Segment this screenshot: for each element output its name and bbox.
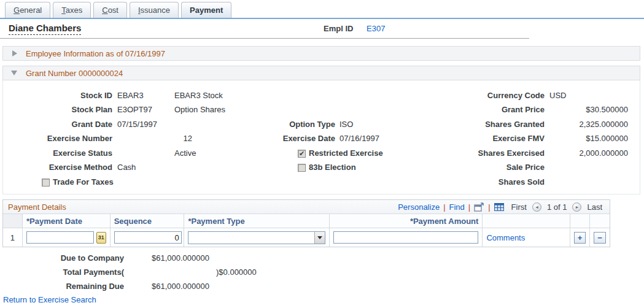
trade-for-taxes-checkbox[interactable]	[42, 179, 50, 187]
remove-row-button[interactable]: −	[594, 232, 606, 244]
payment-details-grid: Payment Details Personalize | Find | |	[2, 199, 610, 247]
section-grant-number[interactable]: Grant Number 0000000024	[2, 66, 640, 80]
shares-exercised-label: Shares Exercised	[430, 148, 545, 158]
remaining-due-label: Remaining Due	[0, 282, 124, 291]
tab-taxes[interactable]: Taxes	[53, 2, 91, 18]
section-grant-number-title: Grant Number 0000000024	[26, 69, 123, 78]
personalize-link[interactable]: Personalize	[398, 202, 440, 212]
grant-date-label: Grant Date	[3, 120, 112, 129]
remaining-due-value: $61,000.000000	[152, 282, 209, 291]
row-number-header	[3, 214, 23, 228]
total-payments-label: Total Payments(	[0, 268, 124, 277]
stock-plan-value: E3OPT97	[117, 105, 152, 115]
option-type-label: Option Type	[243, 120, 335, 129]
payment-date-input[interactable]	[26, 231, 94, 244]
pagination-counter: 1 of 1	[547, 202, 567, 212]
section-employee-information[interactable]: Employee Information as of 07/16/1997	[2, 46, 640, 61]
payment-type-header[interactable]: *Payment Type	[184, 214, 330, 228]
exercise-number-label: Exercise Number	[3, 134, 112, 144]
exercise-fmv-label: Exercise FMV	[430, 134, 545, 144]
payment-date-header[interactable]: *Payment Date	[23, 214, 111, 228]
stock-description: EBAR3 Stock	[174, 91, 223, 101]
stock-id-label: Stock ID	[3, 91, 112, 101]
payment-amount-header[interactable]: *Payment Amount	[330, 214, 483, 228]
restricted-exercise-label: Restricted Exercise	[309, 148, 383, 158]
restricted-exercise-field: ✔ Restricted Exercise	[298, 148, 383, 158]
grant-price-label: Grant Price	[430, 105, 545, 115]
payment-amount-input[interactable]	[333, 231, 478, 244]
exercise-date-value: 07/16/1997	[339, 134, 379, 144]
table-row: 1 31 Comments + −	[3, 228, 610, 247]
currency-code-label: Currency Code	[430, 91, 545, 101]
download-grid-icon[interactable]	[494, 203, 504, 211]
exercise-number-value: 12	[117, 134, 192, 144]
total-payments-row: Total Payments( )$0.000000	[0, 268, 644, 277]
grid-toolbar: Personalize | Find | |	[398, 200, 602, 214]
payment-details-titlebar: Payment Details Personalize | Find | |	[3, 200, 610, 214]
payment-page: General Taxes Cost Issuance Payment Dian…	[0, 0, 644, 308]
empl-id-label: Empl ID	[324, 24, 353, 33]
dropdown-arrow-button[interactable]	[314, 232, 325, 244]
comments-link[interactable]: Comments	[486, 233, 525, 242]
collapse-triangle-icon[interactable]	[11, 71, 17, 75]
exercise-status-label: Exercise Status	[3, 148, 112, 158]
83b-election-field: 83b Election	[298, 163, 356, 172]
tab-issuance[interactable]: Issuance	[130, 2, 179, 18]
employee-name[interactable]: Diane Chambers	[9, 23, 81, 35]
trade-for-taxes-label: Trade For Taxes	[53, 177, 114, 187]
exercise-method-label: Exercise Method	[3, 163, 112, 172]
toolbar-separator: |	[468, 202, 470, 212]
header-divider	[0, 38, 529, 39]
section-employee-information-title: Employee Information as of 07/16/1997	[26, 49, 165, 58]
previous-page-button[interactable]: ◄	[532, 202, 541, 212]
chevron-down-icon	[317, 236, 322, 239]
shares-granted-label: Shares Granted	[430, 120, 545, 129]
restricted-exercise-checkbox[interactable]: ✔	[298, 150, 306, 158]
sequence-input[interactable]	[114, 231, 182, 244]
return-to-exercise-search-link[interactable]: Return to Exercise Search	[3, 295, 96, 304]
first-label[interactable]: First	[511, 202, 527, 212]
remaining-due-row: Remaining Due $61,000.000000	[0, 282, 644, 291]
sale-price-value	[549, 163, 628, 172]
grid-header-row: *Payment Date Sequence *Payment Type *Pa…	[3, 214, 610, 228]
sequence-header[interactable]: Sequence	[111, 214, 185, 228]
exercise-status-value: Active	[174, 148, 196, 158]
view-all-popup-icon[interactable]	[474, 202, 484, 212]
exercise-date-label: Exercise Date	[243, 134, 335, 144]
next-arrow-icon: ►	[575, 205, 579, 209]
calendar-icon[interactable]: 31	[96, 232, 106, 244]
expand-triangle-icon[interactable]	[12, 50, 17, 56]
add-row-button[interactable]: +	[574, 232, 586, 244]
tab-bar: General Taxes Cost Issuance Payment	[5, 2, 231, 18]
previous-arrow-icon: ◄	[535, 205, 539, 209]
tab-payment[interactable]: Payment	[181, 2, 231, 18]
toolbar-separator: |	[443, 202, 445, 212]
trade-for-taxes-field: Trade For Taxes	[42, 177, 114, 187]
grant-date-value: 07/15/1997	[117, 120, 157, 129]
exercise-method-value: Cash	[117, 163, 136, 172]
83b-election-checkbox[interactable]	[298, 164, 306, 172]
add-row-header	[570, 214, 590, 228]
exercise-fmv-value: $15.000000	[549, 134, 628, 144]
shares-sold-label: Shares Sold	[430, 177, 545, 187]
tab-cost[interactable]: Cost	[93, 2, 127, 18]
due-to-company-label: Due to Company	[0, 253, 124, 263]
grant-price-value: $30.500000	[549, 105, 628, 115]
remove-row-header	[590, 214, 610, 228]
next-page-button[interactable]: ►	[572, 202, 581, 212]
empl-id-value: E307	[367, 24, 385, 33]
row-number: 1	[10, 233, 15, 242]
shares-granted-value: 2,325.000000	[549, 120, 628, 129]
sale-price-label: Sale Price	[430, 163, 545, 172]
stock-plan-label: Stock Plan	[3, 105, 112, 115]
tab-underline	[0, 18, 644, 19]
toolbar-separator: |	[488, 202, 490, 212]
shares-exercised-value: 2,000.000000	[549, 148, 628, 158]
tab-general[interactable]: General	[5, 2, 50, 18]
last-label[interactable]: Last	[587, 202, 602, 212]
stock-id-value: EBAR3	[117, 91, 144, 101]
find-link[interactable]: Find	[449, 202, 465, 212]
payment-type-select[interactable]	[188, 231, 325, 244]
total-payments-value: )$0.000000	[216, 268, 257, 277]
payment-details-title: Payment Details	[8, 202, 66, 212]
